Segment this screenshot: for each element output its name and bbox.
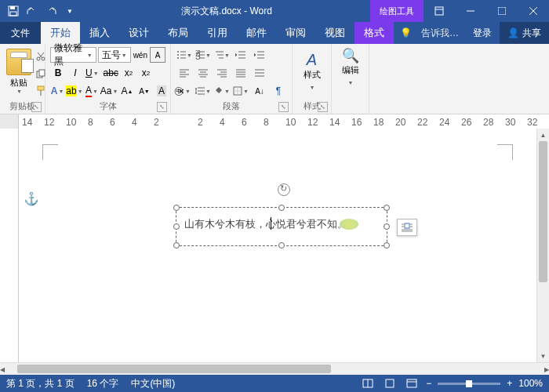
login-link[interactable]: 登录	[465, 27, 500, 40]
numbering-button[interactable]: 123▼	[195, 47, 212, 63]
distributed-button[interactable]	[251, 65, 268, 81]
ruler-tick: 10	[285, 117, 296, 128]
svg-rect-19	[386, 379, 394, 387]
font-size-select[interactable]: 五号▼	[98, 47, 131, 63]
styles-icon: A	[304, 47, 321, 69]
show-marks-button[interactable]: ¶	[270, 83, 287, 99]
contextual-tab-drawing: 绘图工具	[370, 0, 424, 22]
svg-point-10	[177, 51, 179, 53]
resize-handle-bl[interactable]	[173, 242, 180, 249]
file-tab[interactable]: 文件	[0, 22, 41, 44]
strikethrough-button[interactable]: abc	[103, 65, 119, 81]
line-spacing-button[interactable]: ▼	[195, 83, 212, 99]
align-right-button[interactable]	[213, 65, 231, 81]
horizontal-scrollbar[interactable]: ◀ ▶	[0, 362, 549, 375]
scroll-right-button[interactable]: ▶	[544, 363, 549, 376]
word-count[interactable]: 16 个字	[87, 377, 119, 390]
highlight-button[interactable]: ab▼	[67, 83, 83, 99]
character-border-button[interactable]: A	[150, 47, 165, 63]
shrink-font-button[interactable]: A▼	[136, 83, 152, 99]
scroll-down-button[interactable]: ▼	[537, 350, 549, 362]
close-button[interactable]	[518, 0, 549, 22]
align-left-button[interactable]	[176, 65, 193, 81]
language-status[interactable]: 中文(中国)	[131, 377, 175, 390]
text-effects-button[interactable]: A▼	[50, 83, 66, 99]
font-launcher[interactable]: ⤡	[157, 102, 167, 112]
page-status[interactable]: 第 1 页，共 1 页	[6, 377, 75, 390]
ribbon-options-button[interactable]	[424, 0, 455, 22]
paste-icon	[6, 49, 31, 75]
clipboard-launcher[interactable]: ⤡	[31, 102, 42, 112]
shading-button[interactable]: ▼	[213, 83, 231, 99]
layout-options-button[interactable]	[397, 219, 417, 236]
increase-indent-button[interactable]	[251, 47, 268, 63]
read-mode-button[interactable]	[360, 377, 376, 390]
editing-button[interactable]: 🔍 编辑 ▼	[336, 47, 364, 87]
window-title: 演示文稿.docx - Word	[83, 5, 370, 18]
paragraph-launcher[interactable]: ⤡	[278, 102, 289, 112]
web-layout-button[interactable]	[404, 377, 420, 390]
redo-button[interactable]	[42, 2, 60, 20]
tab-layout[interactable]: 布局	[158, 22, 198, 44]
tab-format[interactable]: 格式	[354, 22, 394, 44]
margin-corner-tr	[497, 144, 513, 160]
tab-mailings[interactable]: 邮件	[237, 22, 276, 44]
paste-button[interactable]: 粘贴 ▼	[5, 47, 33, 99]
asian-layout-button[interactable]: ✕▼	[176, 83, 193, 99]
tab-review[interactable]: 审阅	[276, 22, 315, 44]
minimize-button[interactable]	[455, 0, 486, 22]
grow-font-button[interactable]: A▲	[119, 83, 135, 99]
tab-view[interactable]: 视图	[315, 22, 354, 44]
scroll-thumb-h[interactable]	[17, 365, 331, 373]
font-color-button[interactable]: A▼	[85, 83, 100, 99]
sort-button[interactable]: A↓	[251, 83, 268, 99]
zoom-level[interactable]: 100%	[518, 378, 543, 389]
bullets-button[interactable]: ▼	[176, 47, 193, 63]
tell-me-search[interactable]: 告诉我…	[415, 27, 465, 40]
share-button[interactable]: 👤共享	[500, 22, 549, 44]
subscript-button[interactable]: x2	[121, 65, 136, 81]
phonetic-guide-button[interactable]: wén	[133, 47, 148, 63]
lightbulb-icon: 💡	[400, 27, 412, 38]
font-group-label: 字体	[45, 100, 170, 112]
decrease-indent-button[interactable]	[232, 47, 249, 63]
resize-handle-mb[interactable]	[278, 242, 285, 249]
font-family-select[interactable]: 微软雅黑▼	[50, 47, 96, 63]
styles-launcher[interactable]: ⤡	[318, 102, 328, 112]
justify-button[interactable]	[232, 65, 249, 81]
text-box[interactable]: 山有木兮木有枝，心悦君兮君不知。	[176, 207, 387, 246]
ruler-tick: 12	[44, 117, 54, 128]
multilevel-list-button[interactable]: ▼	[213, 47, 231, 63]
tab-references[interactable]: 引用	[198, 22, 237, 44]
qat-customize[interactable]: ▼	[61, 2, 78, 20]
change-case-button[interactable]: Aa▼	[102, 83, 118, 99]
undo-button[interactable]	[24, 2, 41, 20]
rotate-handle[interactable]	[278, 183, 290, 196]
bold-button[interactable]: B	[50, 65, 66, 81]
scroll-left-button[interactable]: ◀	[0, 363, 5, 376]
resize-handle-br[interactable]	[384, 242, 390, 249]
zoom-in-button[interactable]: +	[507, 378, 512, 389]
zoom-slider[interactable]	[438, 383, 500, 385]
scroll-up-button[interactable]: ▲	[537, 129, 549, 141]
tab-home[interactable]: 开始	[41, 22, 80, 44]
borders-button[interactable]: ▼	[232, 83, 249, 99]
print-layout-button[interactable]	[382, 377, 398, 390]
maximize-button[interactable]	[486, 0, 518, 22]
superscript-button[interactable]: x2	[138, 65, 154, 81]
document-page[interactable]: ⚓ 山有木兮木有枝，心悦君兮君不知。	[19, 129, 536, 362]
align-center-button[interactable]	[195, 65, 212, 81]
italic-button[interactable]: I	[67, 65, 83, 81]
tab-insert[interactable]: 插入	[80, 22, 119, 44]
ruler-corner	[0, 114, 19, 129]
zoom-out-button[interactable]: −	[426, 378, 431, 389]
svg-rect-20	[407, 379, 416, 387]
styles-button[interactable]: A 样式 ▼	[304, 47, 321, 92]
character-shading-button[interactable]: A	[154, 83, 169, 99]
vertical-ruler[interactable]	[0, 129, 19, 362]
underline-button[interactable]: U▼	[85, 65, 101, 81]
scroll-thumb-v[interactable]	[539, 141, 547, 282]
save-button[interactable]	[5, 2, 22, 20]
vertical-scrollbar[interactable]: ▲ ▼	[536, 129, 549, 362]
tab-design[interactable]: 设计	[119, 22, 158, 44]
